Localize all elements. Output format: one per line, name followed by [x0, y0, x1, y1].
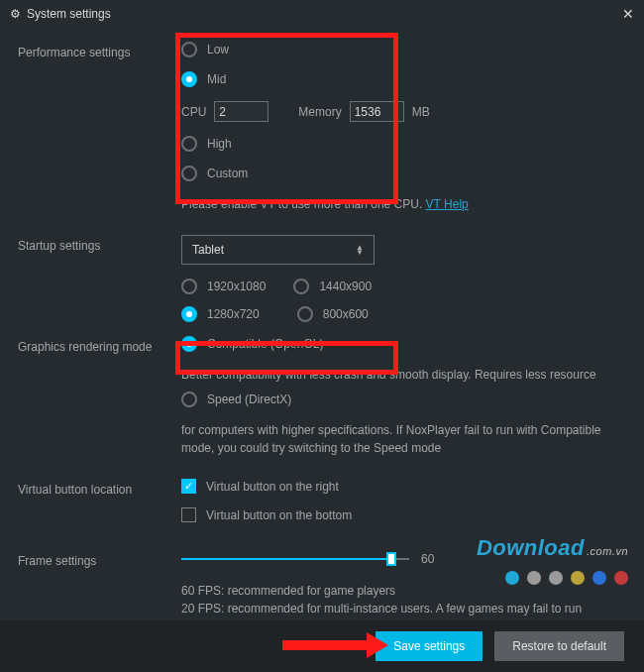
cpu-label: CPU — [181, 105, 206, 119]
radio-label: High — [207, 137, 232, 151]
radio-res-1920x1080[interactable]: 1920x1080 — [181, 279, 266, 294]
title-bar: ⚙ System settings ✕ — [0, 0, 644, 28]
vbutton-label: Virtual button location — [18, 479, 181, 497]
radio-label: 800x600 — [323, 307, 369, 321]
window-title: System settings — [27, 7, 111, 21]
radio-icon — [181, 136, 197, 152]
memory-input[interactable] — [350, 101, 404, 122]
checkbox-icon — [181, 479, 196, 494]
radio-label: Low — [207, 43, 229, 56]
speed-hint: for computers with higher specifications… — [181, 421, 626, 457]
radio-compatible[interactable]: Compatible (OpenGL) — [181, 336, 626, 352]
gear-icon: ⚙ — [10, 7, 21, 21]
radio-icon — [181, 306, 197, 322]
radio-speed[interactable]: Speed (DirectX) — [181, 392, 626, 407]
radio-label: Speed (DirectX) — [207, 392, 291, 406]
memory-label: Memory — [298, 105, 341, 119]
watermark-dots — [505, 571, 628, 585]
compatible-hint: Better compatibility with less crash and… — [181, 366, 626, 384]
radio-label: Custom — [207, 167, 248, 180]
chk-label: Virtual button on the right — [206, 480, 339, 494]
startup-label: Startup settings — [18, 235, 181, 253]
resolution-group: 1920x1080 1440x900 — [181, 279, 626, 294]
performance-label: Performance settings — [18, 42, 181, 59]
radio-icon — [181, 42, 197, 57]
radio-mid[interactable]: Mid — [181, 71, 626, 87]
radio-icon — [181, 279, 197, 294]
startup-mode-select[interactable]: Tablet ▲▼ — [181, 235, 375, 265]
radio-label: 1440x900 — [319, 280, 372, 293]
radio-icon — [181, 166, 197, 181]
radio-icon — [297, 306, 313, 322]
select-value: Tablet — [192, 243, 224, 257]
radio-label: Compatible (OpenGL) — [207, 337, 323, 351]
radio-res-1280x720[interactable]: 1280x720 — [181, 306, 260, 322]
chk-vb-bottom[interactable]: Virtual button on the bottom — [181, 507, 626, 522]
fps-slider[interactable] — [181, 550, 409, 568]
radio-icon — [293, 279, 309, 294]
radio-icon — [181, 336, 197, 352]
radio-label: Mid — [207, 72, 226, 86]
vt-help-link[interactable]: VT Help — [426, 197, 469, 211]
save-button[interactable]: Save settings — [376, 631, 483, 661]
cpu-input[interactable] — [214, 101, 268, 122]
radio-icon — [181, 71, 197, 87]
fps-value: 60 — [421, 552, 434, 566]
chk-vb-right[interactable]: Virtual button on the right — [181, 479, 626, 494]
radio-label: 1920x1080 — [207, 280, 266, 293]
radio-res-1440x900[interactable]: 1440x900 — [293, 279, 372, 294]
radio-icon — [181, 392, 197, 407]
vt-hint: Please enable VT to use more than one CP… — [181, 195, 626, 213]
frame-label: Frame settings — [18, 550, 181, 568]
radio-res-800x600[interactable]: 800x600 — [297, 306, 369, 322]
radio-custom[interactable]: Custom — [181, 166, 626, 181]
chevron-updown-icon: ▲▼ — [356, 245, 364, 255]
close-icon[interactable]: ✕ — [622, 6, 634, 22]
graphics-label: Graphics rendering mode — [18, 336, 181, 354]
footer: Save settings Restore to default — [0, 620, 644, 672]
memory-unit: MB — [412, 105, 430, 119]
radio-label: 1280x720 — [207, 307, 260, 321]
performance-group: Low Mid CPU Memory MB High Custom — [181, 42, 626, 221]
radio-low[interactable]: Low — [181, 42, 626, 57]
cpu-mem-row: CPU Memory MB — [181, 101, 626, 122]
radio-high[interactable]: High — [181, 136, 626, 152]
restore-default-button[interactable]: Restore to default — [494, 631, 624, 661]
checkbox-icon — [181, 507, 196, 522]
watermark: Download.com.vn — [477, 535, 628, 561]
chk-label: Virtual button on the bottom — [206, 508, 352, 522]
